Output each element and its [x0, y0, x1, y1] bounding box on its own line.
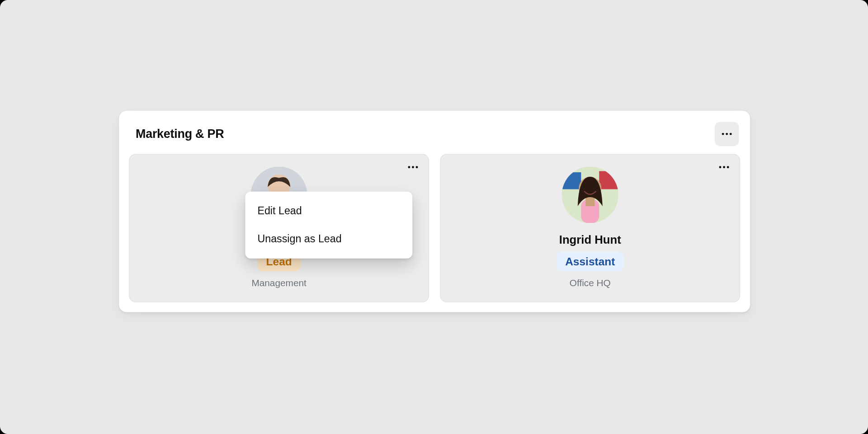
cards-row: Chris Lead Management [129, 154, 740, 302]
card-more-button[interactable] [403, 159, 423, 175]
svg-rect-9 [585, 198, 594, 206]
card-context-menu: Edit Lead Unassign as Lead [245, 192, 412, 259]
team-label: Office HQ [570, 278, 611, 289]
section-more-button[interactable] [715, 122, 739, 146]
section-header: Marketing & PR [129, 121, 740, 154]
team-label: Management [251, 278, 307, 289]
person-card[interactable]: Ingrid Hunt Assistant Office HQ [440, 154, 740, 302]
person-name: Ingrid Hunt [559, 233, 621, 246]
ellipsis-icon [408, 166, 418, 168]
card-more-button[interactable] [714, 159, 734, 175]
role-badge: Assistant [557, 252, 624, 271]
ellipsis-icon [719, 166, 729, 168]
team-section-panel: Marketing & PR [119, 111, 750, 312]
section-title: Marketing & PR [136, 127, 224, 141]
ellipsis-icon [722, 133, 732, 135]
app-frame: Marketing & PR [0, 0, 868, 434]
avatar [562, 167, 618, 223]
section-actions [715, 122, 739, 146]
menu-item-edit-lead[interactable]: Edit Lead [245, 197, 412, 225]
svg-rect-5 [562, 172, 581, 189]
svg-rect-6 [599, 171, 618, 189]
menu-item-unassign-lead[interactable]: Unassign as Lead [245, 225, 412, 253]
